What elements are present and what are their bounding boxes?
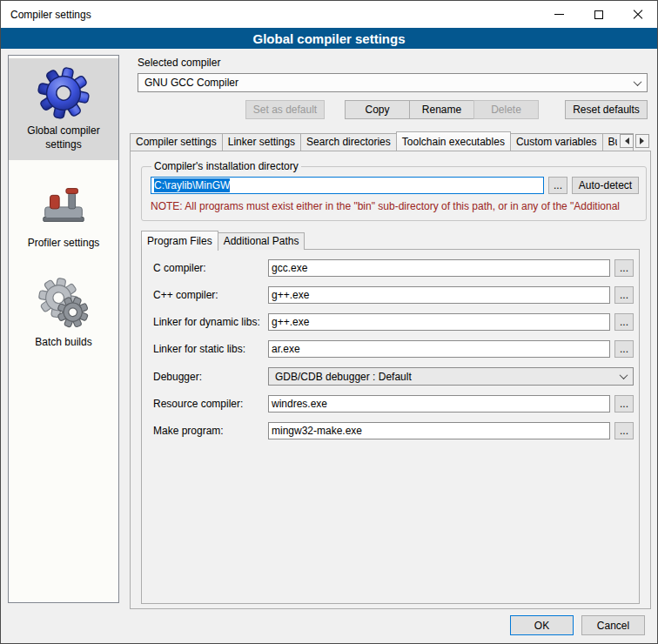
dialog-footer: OK Cancel xyxy=(510,615,645,635)
cpp-compiler-value: g++.exe xyxy=(272,289,309,301)
set-as-default-button[interactable]: Set as default xyxy=(245,100,325,119)
tab-search-directories[interactable]: Search directories xyxy=(300,133,397,151)
c-compiler-label: C compiler: xyxy=(153,262,268,274)
make-program-browse-button[interactable]: ... xyxy=(614,422,634,439)
installation-directory-value: C:\raylib\MinGW xyxy=(154,178,230,192)
linker-static-value: ar.exe xyxy=(272,343,300,355)
triangle-left-icon xyxy=(621,138,629,144)
sidebar-item-batch-builds[interactable]: Batch builds xyxy=(9,270,118,359)
toolchain-executables-panel: Compiler's installation directory C:\ray… xyxy=(130,151,651,609)
dialog-body: Global compiler settings Profiler settin… xyxy=(1,49,657,642)
minimize-icon xyxy=(554,14,564,15)
rename-button[interactable]: Rename xyxy=(409,100,474,119)
sidebar-item-label: Batch builds xyxy=(35,336,91,350)
sidebar-item-global-compiler-settings[interactable]: Global compiler settings xyxy=(9,58,118,160)
auto-detect-button[interactable]: Auto-detect xyxy=(572,177,639,194)
copy-button[interactable]: Copy xyxy=(345,100,410,119)
resource-compiler-browse-button[interactable]: ... xyxy=(614,395,634,413)
make-program-input[interactable]: mingw32-make.exe xyxy=(268,422,610,439)
minimize-button[interactable] xyxy=(540,1,579,28)
resource-compiler-value: windres.exe xyxy=(272,398,327,410)
selected-compiler-value: GNU GCC Compiler xyxy=(144,77,629,89)
installation-directory-note: NOTE: All programs must exist either in … xyxy=(151,200,639,212)
compiler-settings-window: Compiler settings Global compiler settin… xyxy=(0,0,658,644)
debugger-value: GDB/CDB debugger : Default xyxy=(275,371,615,383)
tab-program-files[interactable]: Program Files xyxy=(141,231,218,251)
linker-static-label: Linker for static libs: xyxy=(153,343,268,355)
cpp-compiler-input[interactable]: g++.exe xyxy=(268,286,610,304)
linker-dynamic-row: Linker for dynamic libs: g++.exe ... xyxy=(153,313,634,331)
installation-directory-row: C:\raylib\MinGW ... Auto-detect xyxy=(151,177,639,194)
dialog-banner: Global compiler settings xyxy=(1,28,657,49)
make-program-label: Make program: xyxy=(153,425,268,437)
linker-dynamic-browse-button[interactable]: ... xyxy=(614,313,634,331)
program-tabstrip: Program Files Additional Paths xyxy=(141,231,640,250)
resource-compiler-label: Resource compiler: xyxy=(153,398,268,410)
settings-tabstrip: Compiler settings Linker settings Search… xyxy=(130,131,651,151)
compiler-actions: Set as default Copy Rename Delete Reset … xyxy=(138,100,648,119)
tab-scroll-left-button[interactable] xyxy=(620,134,634,148)
selected-compiler-select[interactable]: GNU GCC Compiler xyxy=(138,73,648,92)
tab-linker-settings[interactable]: Linker settings xyxy=(222,133,301,151)
resource-compiler-input[interactable]: windres.exe xyxy=(268,395,610,413)
sidebar-item-label: Global compiler settings xyxy=(12,124,115,151)
dialog-banner-title: Global compiler settings xyxy=(252,31,405,46)
cpp-compiler-browse-button[interactable]: ... xyxy=(614,286,634,304)
tab-toolchain-executables[interactable]: Toolchain executables xyxy=(396,131,511,151)
c-compiler-row: C compiler: gcc.exe ... xyxy=(153,259,634,277)
installation-directory-group: Compiler's installation directory C:\ray… xyxy=(141,160,647,221)
delete-button[interactable]: Delete xyxy=(473,100,539,119)
chevron-down-icon xyxy=(615,368,631,385)
cancel-button[interactable]: Cancel xyxy=(581,615,645,635)
profiler-tool-icon xyxy=(37,178,91,231)
linker-dynamic-label: Linker for dynamic libs: xyxy=(153,316,268,328)
maximize-icon xyxy=(594,10,603,19)
tab-scroll-right-button[interactable] xyxy=(635,134,649,148)
make-program-row: Make program: mingw32-make.exe ... xyxy=(153,422,634,439)
installation-directory-browse-button[interactable]: ... xyxy=(548,177,567,194)
settings-category-list: Global compiler settings Profiler settin… xyxy=(8,55,119,603)
linker-dynamic-value: g++.exe xyxy=(272,316,309,328)
installation-directory-input[interactable]: C:\raylib\MinGW xyxy=(151,177,544,194)
selected-compiler-label: Selected compiler xyxy=(138,57,652,69)
c-compiler-value: gcc.exe xyxy=(272,262,307,274)
close-icon xyxy=(633,10,643,20)
cpp-compiler-label: C++ compiler: xyxy=(153,289,268,301)
triangle-right-icon xyxy=(640,138,648,144)
debugger-label: Debugger: xyxy=(153,371,268,383)
make-program-value: mingw32-make.exe xyxy=(272,425,362,437)
main-area: Selected compiler GNU GCC Compiler Set a… xyxy=(128,51,652,609)
reset-defaults-button[interactable]: Reset defaults xyxy=(565,100,648,119)
sidebar-item-profiler-settings[interactable]: Profiler settings xyxy=(9,171,118,259)
linker-static-input[interactable]: ar.exe xyxy=(268,340,610,358)
ok-button[interactable]: OK xyxy=(510,615,574,635)
maximize-button[interactable] xyxy=(579,1,618,28)
tab-custom-variables[interactable]: Custom variables xyxy=(510,133,603,151)
window-title: Compiler settings xyxy=(1,1,540,28)
tab-compiler-settings[interactable]: Compiler settings xyxy=(130,133,223,151)
installation-directory-group-label: Compiler's installation directory xyxy=(151,160,301,172)
linker-static-row: Linker for static libs: ar.exe ... xyxy=(153,340,634,358)
sidebar-item-label: Profiler settings xyxy=(28,237,100,251)
debugger-row: Debugger: GDB/CDB debugger : Default xyxy=(153,367,634,386)
tab-scroll-controls xyxy=(617,134,649,148)
close-button[interactable] xyxy=(618,1,657,28)
resource-compiler-row: Resource compiler: windres.exe ... xyxy=(153,395,634,413)
gray-gears-icon xyxy=(37,277,91,331)
linker-static-browse-button[interactable]: ... xyxy=(614,340,634,358)
debugger-select[interactable]: GDB/CDB debugger : Default xyxy=(268,367,634,386)
c-compiler-input[interactable]: gcc.exe xyxy=(268,259,610,277)
chevron-down-icon xyxy=(629,74,645,91)
blue-gear-icon xyxy=(37,65,91,119)
linker-dynamic-input[interactable]: g++.exe xyxy=(268,313,610,331)
c-compiler-browse-button[interactable]: ... xyxy=(614,259,634,277)
titlebar: Compiler settings xyxy=(1,1,657,28)
program-files-panel: C compiler: gcc.exe ... C++ compiler: g+… xyxy=(141,249,640,604)
tab-additional-paths[interactable]: Additional Paths xyxy=(218,232,306,250)
cpp-compiler-row: C++ compiler: g++.exe ... xyxy=(153,286,634,304)
